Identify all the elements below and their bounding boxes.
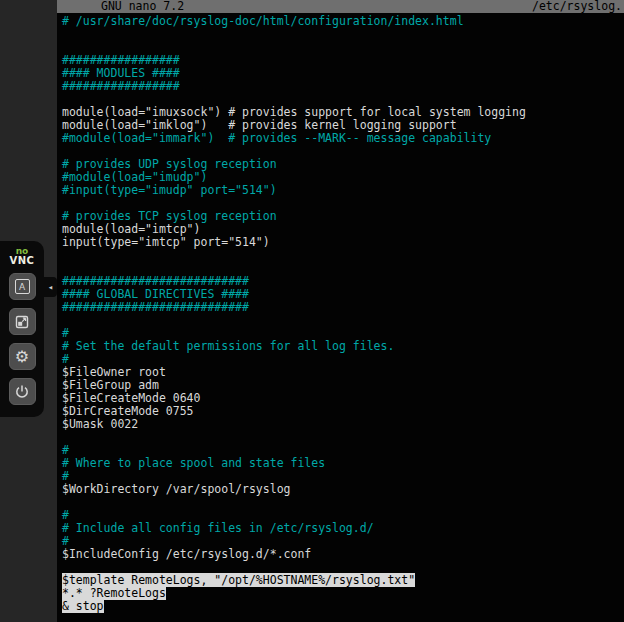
- editor-line: #module(load="immark") # provides --MARK…: [62, 132, 624, 145]
- nano-titlebar: GNU nano 7.2 /etc/rsyslog.: [57, 0, 624, 13]
- nano-terminal[interactable]: GNU nano 7.2 /etc/rsyslog. # /usr/share/…: [57, 0, 624, 622]
- editor-line: $WorkDirectory /var/spool/rsyslog: [62, 483, 624, 496]
- editor-line: $Umask 0022: [62, 418, 624, 431]
- editor-line: #input(type="imudp" port="514"): [62, 184, 624, 197]
- novnc-control-bar: no VNC A ⚙: [0, 241, 44, 417]
- novnc-logo: no VNC: [10, 247, 35, 265]
- nano-app-title: GNU nano 7.2: [101, 0, 184, 13]
- editor-line: # Include all config files in /etc/rsysl…: [62, 522, 624, 535]
- fullscreen-button[interactable]: [9, 308, 36, 335]
- editor-line: input(type="imtcp" port="514"): [62, 236, 624, 249]
- editor-line: *.* ?RemoteLogs: [62, 587, 624, 600]
- chevron-left-icon: ◂: [48, 282, 53, 292]
- editor-line: # Set the default permissions for all lo…: [62, 340, 624, 353]
- fullscreen-icon: [14, 314, 30, 330]
- novnc-logo-vnc: VNC: [10, 256, 35, 265]
- gear-icon: ⚙: [15, 349, 29, 365]
- editor-line: ###########################: [62, 301, 624, 314]
- editor-line: [62, 314, 624, 327]
- settings-button[interactable]: ⚙: [9, 343, 36, 370]
- editor-line: [62, 249, 624, 262]
- editor-line: [62, 496, 624, 509]
- control-bar-collapse-handle[interactable]: ◂: [44, 277, 57, 297]
- editor-line: [62, 28, 624, 41]
- editor-line: #################: [62, 80, 624, 93]
- clipboard-button[interactable]: A: [9, 273, 36, 300]
- power-button[interactable]: [9, 378, 36, 405]
- editor-line: $IncludeConfig /etc/rsyslog.d/*.conf: [62, 548, 624, 561]
- clipboard-icon: A: [15, 279, 30, 294]
- editor-line: # Where to place spool and state files: [62, 457, 624, 470]
- editor-lines[interactable]: # /usr/share/doc/rsyslog-doc/html/config…: [57, 13, 624, 613]
- editor-line: & stop: [62, 600, 624, 613]
- editor-line: # /usr/share/doc/rsyslog-doc/html/config…: [62, 15, 624, 28]
- editor-line: $DirCreateMode 0755: [62, 405, 624, 418]
- nano-filename: /etc/rsyslog.: [532, 0, 622, 13]
- editor-line: [62, 431, 624, 444]
- power-icon: [14, 384, 30, 400]
